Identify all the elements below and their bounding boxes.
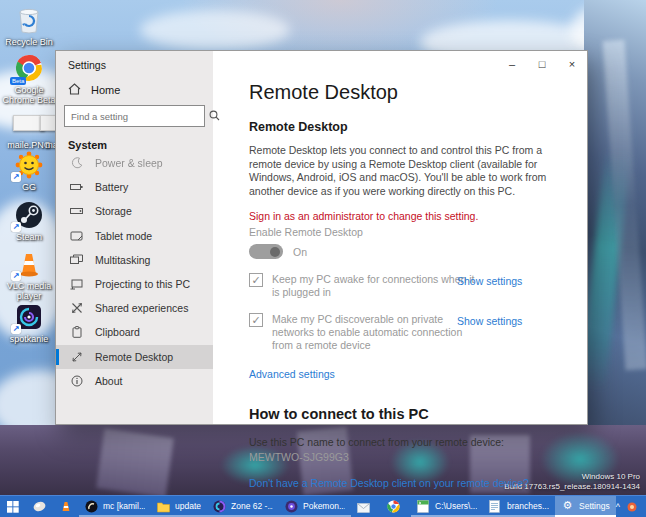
pc-name-value: MEWTWO-SJG99G3 [249,451,587,463]
vlc-cone-icon: ↗ [13,249,45,279]
show-settings-link-1[interactable]: Show settings [457,275,522,287]
projecting-icon [70,278,83,291]
shortcut-arrow-icon: ↗ [11,324,21,334]
shortcut-arrow-icon: ↗ [11,172,21,182]
sidebar-item-about[interactable]: About [56,369,213,393]
shortcut-arrow-icon: ↗ [11,271,21,281]
desktop: Recycle Bin Beta Google Chrome Beta mail… [0,0,646,517]
sidebar-section-title: System [68,139,107,151]
taskbar-app-cusers[interactable]: C:\Users\... [411,496,483,517]
taskbar-app-zone62[interactable]: Zone 62 -... [207,496,279,517]
shortcut-arrow-icon: ↗ [11,222,21,232]
taskbar-app-chrome[interactable] [381,496,411,517]
remote-desktop-toggle-row: On [249,244,587,259]
taskbar-app-pokemon[interactable]: Pokemon... [279,496,351,517]
admin-warning: Sign in as an administrator to change th… [249,210,587,222]
sidebar-item-shared-experiences[interactable]: Shared experiences [56,296,213,320]
zone-app-icon [213,499,226,512]
recycle-bin-icon [13,5,45,35]
sidebar-item-projecting[interactable]: Projecting to this PC [56,272,213,296]
desktop-icon-vlc[interactable]: ↗ VLC media player [1,249,57,301]
storage-drive-icon [70,205,83,218]
window-title: Settings [68,59,106,71]
home-icon [68,83,81,97]
pinned-app-button[interactable] [26,496,53,517]
tray-app-icon[interactable] [626,500,639,513]
how-to-connect-title: How to connect to this PC [249,406,587,422]
beta-badge: Beta [10,77,26,85]
about-info-icon [70,374,83,387]
sidebar-nav: Power & sleep Battery Storage Tablet mod… [56,151,213,393]
pc-name-label: Use this PC name to connect from your re… [249,436,587,448]
taskbar-app-mc[interactable]: mc [kamil... [79,496,151,517]
chrome-beta-icon: Beta [13,53,45,83]
pokemon-app-icon [285,499,298,512]
maximize-button[interactable]: □ [527,51,557,77]
media-swirl-icon: ↗ [13,302,45,332]
tablet-icon [70,229,83,242]
taskbar-app-settings[interactable]: ⚙ Settings [555,496,616,517]
clipboard-icon [70,326,83,339]
discoverable-row: ✓ Make my PC discoverable on private net… [249,313,579,352]
sidebar-item-multitasking[interactable]: Multitasking [56,248,213,272]
gear-icon: ⚙ [561,499,574,512]
taskbar-app-update[interactable]: update [151,496,207,517]
steam-icon: ↗ [13,200,45,230]
desktop-icon-spotkanie[interactable]: ↗ spotkanie [1,302,57,344]
close-button[interactable]: × [557,51,587,77]
desktop-icon-recycle-bin[interactable]: Recycle Bin [1,5,57,47]
desktop-icon-steam[interactable]: ↗ Steam [1,200,57,242]
page-title: Remote Desktop [249,81,587,104]
mail-envelope-icon [357,499,370,512]
rd-client-link[interactable]: Don't have a Remote Desktop client on yo… [249,477,529,489]
crescent-icon [70,157,83,170]
mc-app-icon [85,499,98,512]
desktop-icon-gg[interactable]: ↗ GG [1,150,57,192]
settings-main-panel: – □ × Remote Desktop Remote Desktop Remo… [213,51,587,424]
sidebar-item-remote-desktop[interactable]: Remote Desktop [56,345,213,369]
multitasking-icon [70,253,83,266]
remote-desktop-toggle[interactable] [249,244,283,259]
keep-awake-label: Keep my PC awake for connections when it… [272,273,482,299]
section-title: Remote Desktop [249,120,587,134]
taskbar-app-branches[interactable]: branches... [483,496,555,517]
sidebar-item-clipboard[interactable]: Clipboard [56,320,213,344]
cloud [140,10,290,50]
folder-icon [157,499,170,512]
gg-smiley-icon: ↗ [13,150,45,180]
minimize-button[interactable]: – [497,51,527,77]
taskbar: mc [kamil... update Zone 62 -... Pokemon… [0,495,646,517]
battery-icon [70,181,83,194]
notes-file-icon [489,499,502,512]
shared-experiences-icon [70,302,83,315]
sidebar-item-power-sleep[interactable]: Power & sleep [56,151,213,175]
taskbar-app-mail[interactable] [351,496,381,517]
settings-search-box[interactable] [64,105,205,127]
console-file-icon [417,499,430,512]
discoverable-checkbox[interactable]: ✓ [249,313,263,327]
keep-awake-row: ✓ Keep my PC awake for connections when … [249,273,579,299]
settings-sidebar: Settings Home System Power & sleep [56,51,213,424]
wallpaper-cliff [584,0,646,440]
description-text: Remote Desktop lets you connect to and c… [249,144,567,198]
desktop-icon-chrome-beta[interactable]: Beta Google Chrome Beta [1,53,57,105]
vlc-taskbar-icon[interactable] [53,496,79,517]
keep-awake-checkbox[interactable]: ✓ [249,273,263,287]
settings-window: Settings Home System Power & sleep [55,50,588,425]
start-button[interactable] [0,496,26,517]
sidebar-item-battery[interactable]: Battery [56,175,213,199]
sidebar-item-tablet-mode[interactable]: Tablet mode [56,224,213,248]
sidebar-item-storage[interactable]: Storage [56,199,213,223]
discoverable-label: Make my PC discoverable on private netwo… [272,313,482,352]
sidebar-item-home[interactable]: Home [68,83,120,97]
remote-desktop-icon [70,350,83,363]
show-settings-link-2[interactable]: Show settings [457,315,522,327]
chrome-taskbar-icon [387,499,400,512]
system-tray: ^ POL 15:33 16.06.2019 1 [616,496,646,517]
toggle-state-label: On [293,246,307,258]
toggle-label: Enable Remote Desktop [249,226,587,238]
search-input[interactable] [65,111,209,122]
advanced-settings-link[interactable]: Advanced settings [249,368,335,380]
tray-chevron-icon[interactable]: ^ [616,502,620,512]
